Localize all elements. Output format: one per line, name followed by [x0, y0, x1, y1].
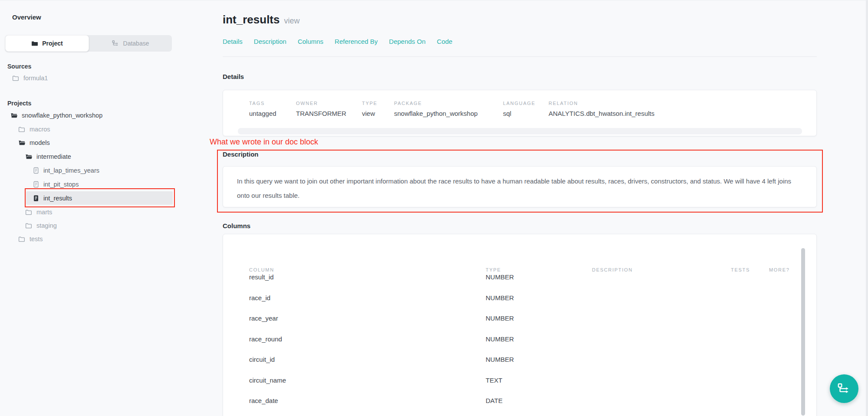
- field-value: snowflake_python_workshop: [394, 110, 478, 117]
- tab-depends-on[interactable]: Depends On: [389, 38, 425, 45]
- file-filled-icon: [33, 195, 39, 202]
- tree-item-staging[interactable]: staging: [25, 219, 57, 232]
- column-row-name[interactable]: race_year: [249, 314, 278, 322]
- field-value: view: [362, 110, 378, 117]
- field-value: ANALYTICS.dbt_hwatson.int_results: [549, 110, 654, 117]
- column-row-type: TEXT: [486, 377, 502, 384]
- column-row-name[interactable]: circuit_id: [249, 356, 275, 363]
- view-toggle: Project Database: [5, 35, 172, 52]
- column-row-type: DATE: [486, 397, 503, 404]
- column-row-type: NUMBER: [486, 294, 514, 301]
- tree-item-label: intermediate: [36, 153, 71, 160]
- folder-closed-icon: [12, 75, 19, 81]
- database-tree-icon: [112, 40, 119, 46]
- column-row-name[interactable]: race_round: [249, 335, 282, 343]
- column-row-name[interactable]: race_date: [249, 397, 278, 404]
- field-label: TYPE: [362, 101, 378, 106]
- details-field-owner: OWNER TRANSFORMER: [296, 101, 346, 117]
- description-card: In this query we want to join out other …: [223, 166, 817, 207]
- field-label: OWNER: [296, 101, 346, 106]
- tree-item-intermediate[interactable]: intermediate: [25, 150, 71, 163]
- details-field-package: PACKAGE snowflake_python_workshop: [394, 101, 478, 117]
- field-value: TRANSFORMER: [296, 110, 346, 117]
- tab-code[interactable]: Code: [437, 38, 453, 45]
- tab-referenced-by[interactable]: Referenced By: [335, 38, 378, 45]
- lineage-icon: [838, 383, 851, 394]
- tree-item-formula1[interactable]: formula1: [12, 72, 48, 85]
- folder-open-icon: [10, 113, 17, 118]
- column-row-name[interactable]: circuit_name: [249, 377, 286, 384]
- column-header-tests: TESTS: [731, 267, 750, 272]
- tab-description[interactable]: Description: [254, 38, 286, 45]
- tree-item-label: snowflake_python_workshop: [22, 112, 102, 119]
- tree-item-label: int_results: [43, 195, 72, 202]
- column-row-name[interactable]: race_id: [249, 294, 270, 301]
- tree-item-int-pit-stops[interactable]: int_pit_stops: [33, 178, 79, 191]
- column-header-more: MORE?: [769, 267, 790, 272]
- column-row-type: NUMBER: [486, 335, 514, 343]
- field-label: PACKAGE: [394, 101, 478, 106]
- column-header-description: DESCRIPTION: [592, 267, 633, 272]
- page-title: int_resultsview: [223, 13, 300, 26]
- field-label: LANGUAGE: [503, 101, 536, 106]
- toggle-project-label: Project: [42, 40, 62, 47]
- sources-section-label: Sources: [7, 63, 31, 70]
- field-value: sql: [503, 110, 536, 117]
- tabs-divider: [223, 56, 817, 57]
- folder-closed-icon: [25, 210, 32, 215]
- field-value: untagged: [249, 110, 276, 117]
- tree-item-label: staging: [36, 222, 57, 229]
- sidebar-title: Overview: [12, 13, 41, 21]
- field-label: RELATION: [549, 101, 654, 106]
- details-field-type: TYPE view: [362, 101, 378, 117]
- column-row-name[interactable]: result_id: [249, 273, 274, 281]
- lineage-graph-button[interactable]: [830, 374, 858, 403]
- folder-open-icon: [25, 154, 32, 160]
- tree-item-label: int_lap_times_years: [43, 167, 99, 174]
- tree-item-label: tests: [30, 236, 43, 242]
- details-field-tags: TAGS untagged: [249, 101, 276, 117]
- description-heading: Description: [223, 151, 259, 158]
- columns-card: COLUMN TYPE DESCRIPTION TESTS MORE? resu…: [223, 234, 817, 416]
- tab-columns[interactable]: Columns: [298, 38, 323, 45]
- page-scrollbar-track[interactable]: [866, 0, 868, 416]
- folder-closed-icon: [25, 223, 32, 229]
- details-heading: Details: [223, 73, 244, 80]
- columns-vertical-scrollbar[interactable]: [801, 248, 805, 416]
- folder-closed-icon: [18, 236, 25, 242]
- tree-item-label: marts: [36, 209, 52, 216]
- toggle-database-button[interactable]: Database: [89, 35, 172, 52]
- materialization-badge: view: [284, 16, 300, 25]
- projects-section-label: Projects: [7, 100, 31, 107]
- folder-icon: [31, 41, 38, 46]
- file-icon: [33, 167, 39, 174]
- tree-item-macros[interactable]: macros: [18, 123, 50, 136]
- tree-item-label: macros: [30, 126, 50, 133]
- file-icon: [33, 181, 39, 188]
- description-text: In this query we want to join out other …: [237, 174, 804, 203]
- tree-item-tests[interactable]: tests: [18, 233, 43, 246]
- column-header-column: COLUMN: [249, 267, 274, 272]
- tab-details[interactable]: Details: [223, 38, 243, 45]
- tree-item-label: int_pit_stops: [43, 181, 79, 188]
- details-horizontal-scrollbar[interactable]: [238, 128, 802, 134]
- tree-item-snowflake-python-workshop[interactable]: snowflake_python_workshop: [10, 109, 102, 122]
- field-label: TAGS: [249, 101, 276, 106]
- column-row-type: NUMBER: [486, 273, 514, 281]
- annotation-text: What we wrote in our doc block: [210, 138, 318, 147]
- column-row-type: NUMBER: [486, 314, 514, 322]
- tree-item-label: formula1: [23, 75, 48, 82]
- tree-item-int-results[interactable]: int_results: [33, 191, 72, 205]
- details-field-language: LANGUAGE sql: [503, 101, 536, 117]
- toggle-project-button[interactable]: Project: [5, 35, 89, 52]
- column-header-type: TYPE: [486, 267, 501, 272]
- details-field-relation: RELATION ANALYTICS.dbt_hwatson.int_resul…: [549, 101, 654, 117]
- folder-closed-icon: [18, 127, 25, 132]
- tab-bar: Details Description Columns Referenced B…: [223, 38, 452, 45]
- tree-item-marts[interactable]: marts: [25, 206, 52, 219]
- column-row-type: NUMBER: [486, 356, 514, 363]
- tree-item-label: models: [30, 139, 50, 146]
- tree-item-int-lap-times-years[interactable]: int_lap_times_years: [33, 164, 99, 177]
- tree-item-models[interactable]: models: [18, 136, 50, 149]
- details-card: TAGS untagged OWNER TRANSFORMER TYPE vie…: [223, 90, 817, 136]
